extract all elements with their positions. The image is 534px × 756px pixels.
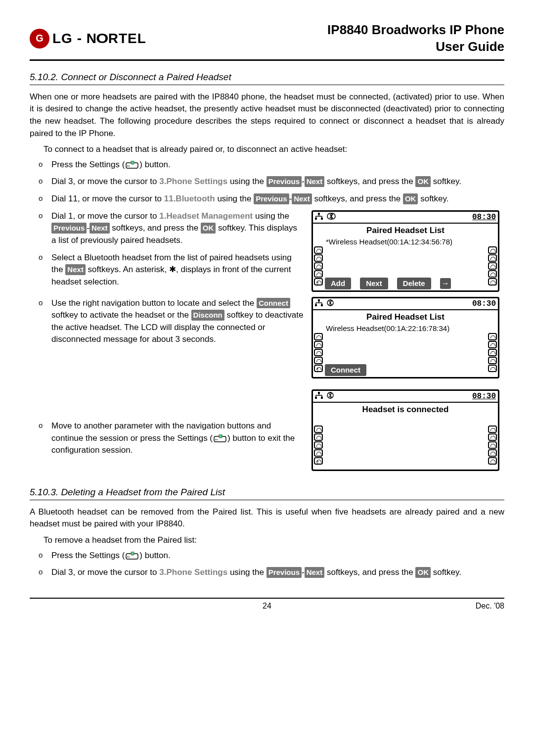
softkey-next: Next [65, 264, 86, 275]
settings-button-icon [213, 434, 227, 442]
line-indicator-icon [488, 457, 497, 465]
lcd-softkey-add: Add [325, 278, 351, 289]
settings-button-icon [125, 161, 139, 169]
lcd-clock: 08:30 [472, 392, 496, 401]
paragraph: To connect to a headset that is already … [44, 143, 504, 156]
list-item: Press the Settings () button. [51, 550, 504, 562]
page-header: G LG - NORTEL IP8840 Broadworks IP Phone… [30, 22, 504, 61]
svg-rect-25 [315, 397, 317, 399]
page-number: 24 [263, 602, 271, 611]
lcd-softkey-connect: Connect [325, 364, 366, 376]
logo: G LG - NORTEL [30, 29, 146, 48]
line-indicator-icon [314, 357, 323, 364]
softkey-disconn: Disconn [191, 310, 224, 321]
softkey-ok: OK [201, 223, 216, 234]
right-arrow-icon: → [440, 278, 451, 289]
line-indicator-icon [314, 270, 323, 278]
list-item: Dial 11, or move the cursor to 11.Blueto… [51, 193, 504, 205]
lcd-clock: 08:30 [472, 299, 496, 308]
line-indicator-icon [314, 262, 323, 270]
network-icon [315, 299, 323, 309]
svg-rect-5 [219, 434, 222, 438]
svg-rect-17 [315, 304, 317, 306]
lcd-softkey-next: Next [360, 278, 388, 289]
softkey-ok: OK [403, 193, 418, 204]
softkey-previous: Previous [267, 567, 302, 578]
menu-option-label: 11.Bluetooth [164, 194, 215, 203]
line-indicator-icon [314, 425, 323, 433]
line-indicator-icon [314, 433, 323, 441]
bluetooth-icon [327, 213, 336, 222]
softkey-next: Next [305, 176, 325, 187]
lcd-screen-2: 08:30 Paired Headset List Wireless Heads… [312, 297, 499, 378]
svg-rect-33 [131, 552, 134, 555]
softkey-next: Next [305, 567, 325, 578]
lcd-screen-1: 08:30 Paired Headset List *Wireless Head… [312, 210, 499, 292]
list-item: Press the Settings () button. [51, 159, 504, 171]
softkey-ok: OK [415, 567, 431, 578]
lcd-list-item: *Wireless Headset(00:1A:12:34:56:78) [316, 237, 495, 247]
svg-rect-24 [318, 392, 320, 394]
paragraph: A Bluetooth headset can be removed from … [30, 506, 504, 530]
lcd-title: Paired Headset List [316, 312, 495, 323]
line-indicator-icon [314, 341, 323, 348]
line-indicator-icon [314, 449, 323, 457]
list-item: Dial 3, or move the cursor to 3.Phone Se… [51, 176, 504, 188]
softkey-next: Next [292, 193, 312, 204]
page-footer: 24 Dec. '08 [30, 598, 504, 611]
softkey-connect: Connect [257, 298, 290, 309]
svg-rect-10 [321, 218, 323, 220]
menu-option-label: 3.Phone Settings [159, 177, 227, 186]
menu-option-label: 3.Phone Settings [159, 567, 227, 577]
section-5-10-3-title: 5.10.3. Deleting a Headset from the Pair… [30, 487, 504, 500]
line-indicator-icon [488, 357, 497, 364]
lcd-title: Headset is connected [316, 404, 495, 415]
settings-button-icon [125, 552, 139, 560]
up-arrow-icon: ↑ [316, 457, 320, 467]
bluetooth-icon [327, 299, 334, 309]
logo-text: LG - NORTEL [52, 31, 146, 47]
list-item: Dial 3, or move the cursor to 3.Phone Se… [51, 567, 504, 579]
up-arrow-icon: ↑ [316, 278, 320, 288]
list-item: Use the right navigation button to locat… [51, 297, 304, 346]
softkey-previous: Previous [267, 176, 302, 187]
line-indicator-icon [314, 254, 323, 262]
header-title: IP8840 Broadworks IP Phone User Guide [327, 22, 504, 55]
svg-rect-16 [318, 299, 320, 301]
line-indicator-icon [488, 349, 497, 356]
svg-rect-8 [318, 213, 320, 215]
line-indicator-icon [488, 441, 497, 449]
bluetooth-icon [327, 392, 334, 401]
header-title-line1: IP8840 Broadworks IP Phone [327, 22, 504, 39]
footer-date: Dec. '08 [476, 602, 504, 611]
line-indicator-icon [488, 333, 497, 340]
line-indicator-icon [488, 425, 497, 433]
line-indicator-icon [488, 341, 497, 348]
line-indicator-icon [488, 262, 497, 270]
softkey-next: Next [89, 223, 110, 234]
up-arrow-icon: ↑ [316, 365, 320, 375]
line-indicator-icon [314, 441, 323, 449]
line-indicators-right [488, 425, 497, 465]
list-item: Select a Bluetooth headset from the list… [51, 252, 304, 288]
line-indicator-icon [488, 254, 497, 262]
network-icon [315, 213, 323, 222]
line-indicator-icon [488, 270, 497, 278]
line-indicator-icon [314, 333, 323, 340]
lcd-softkey-delete: Delete [397, 278, 431, 289]
softkey-ok: OK [415, 176, 431, 187]
softkey-previous: Previous [254, 193, 289, 204]
svg-rect-9 [315, 218, 317, 220]
svg-rect-1 [131, 161, 134, 164]
lcd-title: Paired Headset List [316, 225, 495, 236]
lcd-screen-3: 08:30 Headset is connected [312, 389, 499, 471]
softkey-previous: Previous [51, 223, 87, 234]
paragraph: When one or more headsets are paired wit… [30, 91, 504, 140]
svg-rect-26 [321, 397, 323, 399]
line-indicator-icon [488, 246, 497, 254]
line-indicator-icon [488, 433, 497, 441]
section-5-10-2-title: 5.10.2. Connect or Disconnect a Paired H… [30, 72, 504, 85]
paragraph: To remove a headset from the Paired list… [44, 534, 504, 547]
list-item: Dial 1, or move the cursor to 1.Headset … [51, 210, 304, 247]
line-indicator-icon [314, 349, 323, 356]
